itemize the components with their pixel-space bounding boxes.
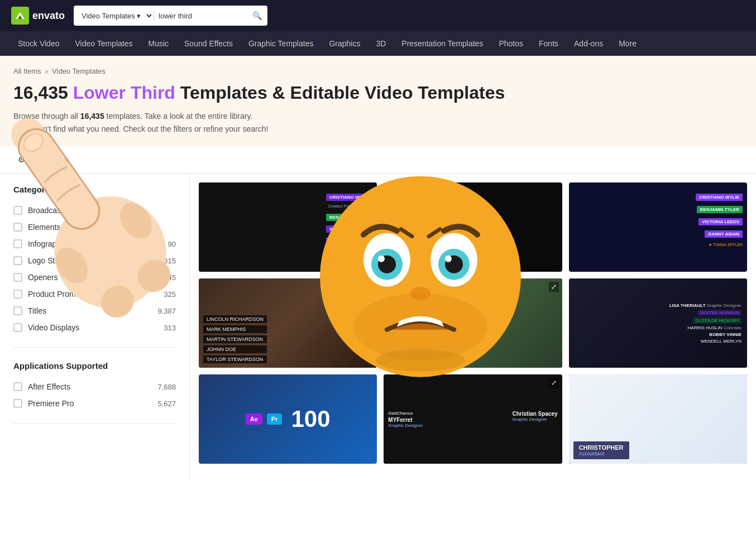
nav-sound-effects[interactable]: Sound Effects	[178, 31, 240, 56]
outdoor-title: Nature Photographer	[394, 354, 441, 360]
categories-section: Categories Broadcast Packages Elements I…	[13, 185, 176, 348]
nav-graphics[interactable]: Graphics	[322, 31, 367, 56]
search-icon: 🔍	[252, 11, 262, 20]
applications-section: Applications Supported After Effects 7,6…	[13, 361, 176, 424]
list-name-badge: CLOTILDE HICKORY	[693, 318, 741, 324]
nav-stock-video[interactable]: Stock Video	[11, 31, 66, 56]
split-name-1: MYFerret	[388, 417, 423, 423]
checkbox-titles[interactable]	[13, 306, 22, 315]
nav-add-ons[interactable]: Add-ons	[567, 31, 610, 56]
sidebar-item-elements[interactable]: Elements	[13, 219, 176, 235]
nav-3d[interactable]: 3D	[369, 31, 393, 56]
categories-title: Categories	[13, 185, 176, 194]
main-nav: Stock Video Video Templates Music Sound …	[0, 31, 756, 56]
nav-music[interactable]: Music	[141, 31, 175, 56]
expand-icon[interactable]: ⤢	[549, 282, 559, 292]
label-titles: Titles	[28, 306, 152, 315]
grid-item-1[interactable]: CRISTIANO WYLIE Creative Producer BENJAM…	[199, 182, 377, 272]
name-tag: BENJAMIN TYLER	[326, 214, 373, 221]
checkbox-infographics[interactable]	[13, 239, 22, 248]
checkbox-product-promo[interactable]	[13, 290, 22, 299]
nav-more[interactable]: More	[612, 31, 643, 56]
name-overlays-3: CRISTIANO WYLIE BENJAMIN TYLER VICTORIA …	[696, 194, 743, 247]
checkbox-openers[interactable]	[13, 273, 22, 282]
main-layout: Categories Broadcast Packages Elements I…	[0, 174, 756, 479]
grid-item-3[interactable]: CRISTIANO WYLIE BENJAMIN TYLER VICTORIA …	[569, 182, 747, 272]
lt-title: Creative Director	[399, 219, 553, 225]
sidebar-item-broadcast-packages[interactable]: Broadcast Packages	[13, 202, 176, 219]
list-name: LISA THERIAULT Graphic Designer	[669, 303, 741, 308]
checkbox-video-displays[interactable]	[13, 323, 22, 332]
grid-item-7[interactable]: Ae Pr 100	[199, 374, 377, 464]
grid-item-8[interactable]: GaliChanus MYFerret Graphic Designer Chr…	[384, 374, 562, 464]
split-brand: GaliChanus	[388, 411, 423, 416]
expand-icon-2[interactable]: ⤢	[549, 378, 559, 388]
label-infographics: Infographics	[28, 239, 162, 248]
sidebar-item-titles[interactable]: Titles 9,387	[13, 302, 176, 319]
checkbox-elements[interactable]	[13, 223, 22, 232]
content-area: CRISTIANO WYLIE Creative Producer BENJAM…	[190, 174, 756, 479]
search-input[interactable]	[159, 12, 252, 20]
card-light-1: CHRISTOPHER Accountant	[569, 374, 747, 464]
checkbox-premiere-pro[interactable]	[13, 399, 22, 408]
label-openers: Openers	[28, 273, 158, 282]
nav-graphic-templates[interactable]: Graphic Templates	[242, 31, 320, 56]
sidebar-item-product-promo[interactable]: Product Promo 325	[13, 286, 176, 302]
split-name-2: Christian Spacey	[513, 411, 558, 417]
name-tag: VICTORIA LEEDS	[326, 225, 373, 233]
breadcrumb-separator: »	[45, 67, 49, 75]
label-logo-stings: Logo Stings	[28, 256, 158, 265]
grunge-names: LINCOLN RICHARDSON MARK MEMPHIS MARTIN S…	[203, 315, 267, 363]
nav-video-templates[interactable]: Video Templates	[68, 31, 139, 56]
sidebar-item-video-displays[interactable]: Video Displays 313	[13, 319, 176, 336]
breadcrumb-all-items[interactable]: All Items	[13, 67, 41, 75]
sidebar-item-openers[interactable]: Openers 745	[13, 269, 176, 286]
page-description: Browse through all 16,435 templates. Tak…	[13, 110, 743, 146]
scene-name: LINCOLN RICHARDSON	[203, 315, 267, 323]
filter-bar: ⚙ Hide Filters	[0, 146, 756, 174]
name-subtitle: Creative Producer	[328, 204, 373, 208]
nav-photos[interactable]: Photos	[492, 31, 530, 56]
light-title: Accountant	[579, 451, 624, 456]
grid-row-1: CRISTIANO WYLIE Creative Producer BENJAM…	[199, 182, 747, 272]
nav-presentation-templates[interactable]: Presentation Templates	[395, 31, 490, 56]
list-name: HARRIS HUSLIN Colorado	[688, 325, 741, 330]
grid-item-2[interactable]: Claud French Creative Director iol.....j…	[384, 182, 562, 272]
pr-badge: Pr	[267, 413, 283, 425]
scene-name: TAYLOR STEWARDSON	[203, 355, 267, 363]
sidebar-item-logo-stings[interactable]: Logo Stings 315	[13, 252, 176, 269]
label-elements: Elements	[28, 223, 176, 232]
grid-item-4[interactable]: LINCOLN RICHARDSON MARK MEMPHIS MARTIN S…	[199, 278, 377, 368]
checkbox-broadcast-packages[interactable]	[13, 206, 22, 215]
nav-fonts[interactable]: Fonts	[532, 31, 565, 56]
sidebar-item-premiere-pro[interactable]: Premiere Pro 5,627	[13, 395, 176, 412]
search-category-dropdown[interactable]: Video Templates ▾	[79, 11, 154, 21]
lt-brand: iol.12.1 BLACK	[393, 238, 553, 244]
applications-title: Applications Supported	[13, 361, 176, 371]
page-header-section: All Items » Video Templates 16,435 Lower…	[0, 56, 756, 146]
checkbox-logo-stings[interactable]	[13, 256, 22, 265]
count-titles: 9,387	[157, 307, 176, 315]
name-tag: VICTORIA LEEDS	[698, 218, 743, 225]
hide-filters-button[interactable]: ⚙ Hide Filters	[13, 153, 73, 166]
split-title-2: Graphic Designer	[513, 417, 558, 422]
sidebar: Categories Broadcast Packages Elements I…	[0, 174, 190, 479]
logo[interactable]: envato	[11, 7, 65, 25]
lt-secondary: iol.....j.j Nilbert	[393, 232, 553, 238]
name-tag: CRISTIANO WYLIE	[326, 194, 373, 201]
label-after-effects: After Effects	[28, 382, 152, 391]
title-suffix: Templates & Editable Video Templates	[175, 83, 505, 103]
count-after-effects: 7,688	[157, 383, 176, 391]
breadcrumb-video-templates[interactable]: Video Templates	[52, 67, 106, 75]
checkbox-after-effects[interactable]	[13, 382, 22, 391]
page-title: 16,435 Lower Third Templates & Editable …	[13, 82, 743, 103]
lt-name: Claud French	[399, 210, 553, 219]
sidebar-item-after-effects[interactable]: After Effects 7,688	[13, 378, 176, 395]
grid-item-9[interactable]: CHRISTOPHER Accountant	[569, 374, 747, 464]
grid-item-6[interactable]: LISA THERIAULT Graphic Designer DEXTER N…	[569, 278, 747, 368]
sidebar-item-infographics[interactable]: Infographics 90	[13, 235, 176, 252]
grid-item-5[interactable]: BEAT WEALY Nature Photographer ⤢	[384, 278, 562, 368]
name-tag: CRISTIANO WYLIE	[696, 194, 743, 201]
card-dark-1: CRISTIANO WYLIE Creative Producer BENJAM…	[199, 182, 377, 272]
scene-name: JOHNN DOE	[203, 345, 267, 353]
